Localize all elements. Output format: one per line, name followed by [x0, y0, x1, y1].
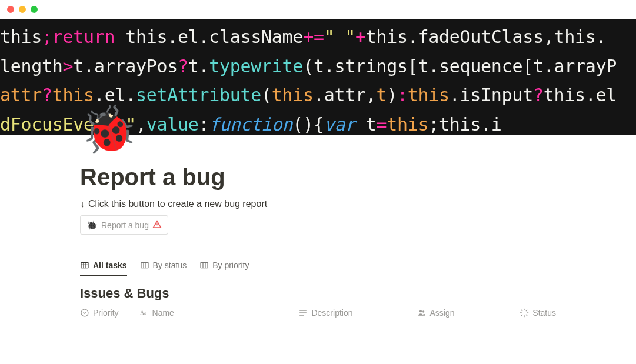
page-title[interactable]: Report a bug: [80, 164, 556, 191]
board-icon: [140, 261, 149, 270]
window-titlebar: [0, 0, 636, 19]
tab-label: By priority: [212, 261, 249, 270]
column-header-name[interactable]: Aa Name: [139, 308, 299, 318]
svg-point-13: [422, 310, 424, 312]
column-label: Status: [532, 308, 556, 318]
maximize-window-button[interactable]: [31, 6, 38, 13]
down-arrow-icon: ↓: [80, 199, 85, 209]
column-label: Name: [152, 308, 174, 318]
tab-by-status[interactable]: By status: [140, 261, 187, 276]
close-window-button[interactable]: [7, 6, 14, 13]
tab-label: By status: [153, 261, 187, 270]
select-property-icon: [80, 308, 89, 318]
text-property-icon: Aa: [139, 308, 149, 318]
svg-line-21: [527, 310, 527, 310]
database-title[interactable]: Issues & Bugs: [80, 286, 556, 301]
column-label: Description: [311, 308, 352, 318]
table-icon: [80, 261, 89, 270]
svg-point-12: [419, 310, 422, 312]
report-bug-button[interactable]: 🐞 Report a bug: [80, 215, 168, 235]
bug-icon: 🐞: [86, 220, 98, 231]
svg-rect-4: [141, 262, 148, 268]
database-view-tabs: All tasksBy statusBy priority: [80, 261, 556, 276]
svg-line-17: [527, 315, 527, 315]
column-header-priority[interactable]: Priority: [80, 308, 139, 318]
subtitle-text: Click this button to create a new bug re…: [88, 199, 267, 209]
report-bug-button-label: Report a bug: [101, 221, 149, 230]
tab-label: All tasks: [93, 261, 127, 270]
tab-by-priority[interactable]: By priority: [199, 261, 249, 276]
cover-code-line: this;return this.el.className+=" "+this.…: [0, 22, 636, 52]
text-lines-icon: [298, 308, 308, 318]
cover-code-line: length>t.arrayPos?t.typewrite(t.strings[…: [0, 52, 636, 81]
svg-point-10: [81, 309, 88, 316]
svg-rect-7: [201, 262, 208, 268]
page-subtitle[interactable]: ↓ Click this button to create a new bug …: [80, 199, 556, 209]
warning-icon: [152, 219, 162, 231]
svg-line-16: [522, 310, 522, 310]
svg-rect-0: [81, 262, 88, 268]
board-icon: [199, 261, 209, 270]
svg-line-20: [522, 315, 522, 315]
page-icon[interactable]: 🐞: [80, 106, 126, 152]
column-header-assign[interactable]: Assign: [417, 308, 520, 318]
column-header-status[interactable]: Status: [520, 308, 556, 318]
minimize-window-button[interactable]: [19, 6, 26, 13]
column-header-description[interactable]: Description: [298, 308, 417, 318]
svg-text:Aa: Aa: [140, 310, 147, 316]
column-label: Priority: [93, 308, 119, 318]
people-icon: [417, 308, 427, 318]
column-label: Assign: [430, 308, 455, 318]
tab-all-tasks[interactable]: All tasks: [80, 261, 127, 276]
status-icon: [520, 308, 529, 318]
table-header-row: Priority Aa Name Description Assign Stat…: [80, 308, 556, 318]
